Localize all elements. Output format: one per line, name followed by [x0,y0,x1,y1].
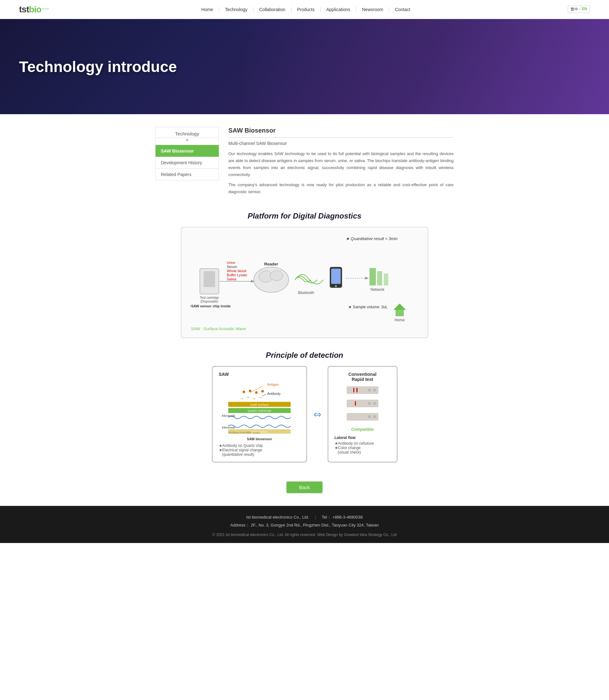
svg-rect-22 [377,271,382,285]
svg-point-31 [242,390,245,393]
svg-text:★ Quantitative result < 3min: ★ Quantitative result < 3min [346,236,397,241]
footer-address-label: Address： [230,523,250,527]
svg-text:Serum: Serum [227,265,237,269]
lateral-flow-label: Lateral flow [335,436,390,440]
svg-point-19 [335,285,337,287]
test-strip-1 [347,386,378,394]
svg-marker-25 [393,303,406,310]
svg-text:Antibody: Antibody [267,392,281,396]
saw-star2: ★Electrical signal change [219,448,300,452]
saw-box-title: SAW [219,372,300,377]
svg-text:Bluetooth: Bluetooth [298,291,314,295]
navbar: tstbio 〰 Home Technology Collaboration P… [0,0,609,19]
platform-svg-area: ★ Quantitative result < 3min Test cartri… [190,234,419,324]
nav-applications[interactable]: Applications [321,7,356,12]
conv-star2-sub: (visual check) [335,450,390,455]
svg-line-36 [262,394,266,396]
nav-newsroom[interactable]: Newsroom [356,7,389,12]
principle-title: Principle of detection [181,351,428,360]
svg-text:Electrode: Electrode [222,414,235,417]
nav-products[interactable]: Products [292,7,321,12]
nav-links: Home Technology Collaboration Products A… [196,7,416,12]
strip-row-2 [347,400,378,407]
svg-rect-18 [331,269,341,284]
footer-tel: +886-3-4690038 [332,515,363,520]
nav-home[interactable]: Home [196,7,219,12]
sidebar-item-related-papers[interactable]: Related Papers [155,169,219,180]
nav-technology[interactable]: Technology [219,7,254,12]
svg-text:Saliva: Saliva [227,277,237,281]
svg-text:Home: Home [395,318,405,322]
saw-star2-sub: (quantitative result) [219,452,300,457]
conventional-box: ConventionalRapid test [328,366,397,463]
sidebar-arrow-icon: ▼ [155,138,219,145]
svg-rect-23 [384,274,388,285]
svg-text:Test cartridge: Test cartridge [200,296,219,299]
strip-row-1 [347,386,378,394]
test-strips [335,386,390,423]
svg-text:⌣: ⌣ [246,394,250,400]
svg-text:Quartz Substrate: Quartz Substrate [247,409,271,412]
svg-text:Network: Network [370,287,385,292]
nav-contact[interactable]: Contact [389,7,416,12]
platform-diagram-box: ★ Quantitative result < 3min Test cartri… [181,227,428,338]
footer-sep1: ｜ [313,515,317,520]
footer: tst biomedical electronics Co., Ltd. ｜ T… [0,506,609,543]
conventional-title: ConventionalRapid test [335,372,390,382]
content-subtitle: Multi-channel SAW Biosensor [228,141,454,146]
svg-rect-21 [369,268,376,285]
hero-image [244,19,609,114]
content-title: SAW Biosensor [228,127,454,138]
sidebar-heading: Technology [155,127,219,138]
compare-arrow: ⇔ [313,366,321,463]
svg-text:⌣: ⌣ [253,396,256,401]
test-strip-2 [347,400,378,407]
svg-text:Antigen: Antigen [267,382,279,386]
language-switcher[interactable]: 繁中 / EN [568,6,590,13]
content-area: SAW Biosensor Multi-channel SAW Biosenso… [228,127,454,199]
content-body1: Our technology enables SAW technology to… [228,150,454,178]
platform-section: Platform for Digital Diagnostics ★ Quant… [162,212,447,338]
svg-text:(Disposable): (Disposable) [201,300,218,303]
nav-collaboration[interactable]: Collaboration [254,7,292,12]
saw-star1: ★Antibody on Quartz chip [219,443,300,448]
hero-banner: Technology introduce [0,19,609,114]
footer-contact: tst biomedical electronics Co., Ltd. ｜ T… [6,513,603,521]
lang-cn[interactable]: 繁中 [571,7,578,12]
svg-text:Buffer Lysate: Buffer Lysate [227,273,247,277]
principle-diagram: SAW Antigen Antibody ⌣ ⌣ ⌣ ⌣ [181,366,428,463]
logo-tst: tst [19,4,29,14]
main-content-area: Technology ▼ SAW Biosensor Development H… [136,114,473,212]
svg-text:Whole blood: Whole blood [227,269,246,273]
content-body2: The company's advanced technology is now… [228,181,454,195]
hero-title: Technology introduce [19,58,177,75]
conv-star2: ★Color change [335,445,390,450]
svg-text:★SAW sensor chip inside: ★SAW sensor chip inside [190,304,231,308]
footer-company: tst biomedical electronics Co., Ltd. [246,515,309,520]
principle-section: Principle of detection SAW Antigen Antib… [162,351,447,463]
footer-address: Address： 2F., No. 3, Gongye 2nd Rd., Pin… [6,521,603,529]
platform-svg: ★ Quantitative result < 3min Test cartri… [190,234,419,322]
svg-text:Gold Surface: Gold Surface [251,430,268,433]
lang-sep: / [579,7,580,12]
footer-tel-label: Tel： [321,515,331,520]
svg-rect-2 [204,271,215,287]
back-button[interactable]: Back [286,482,322,493]
saw-chip-svg: Antigen Antibody ⌣ ⌣ ⌣ ⌣ Gold Surface [219,380,300,442]
svg-text:SAW biosensor: SAW biosensor [247,437,272,441]
logo[interactable]: tstbio 〰 [19,4,49,15]
sidebar-item-development-history[interactable]: Development History [155,157,219,169]
sidebar-item-saw-biosensor[interactable]: SAW Biosensor [155,145,219,157]
svg-point-32 [249,389,251,392]
footer-copyright: © 2021 tst biomedical electronics Co., L… [6,531,603,539]
compatible-label: Compatible [335,427,390,432]
svg-text:Gold Surface: Gold Surface [250,402,269,406]
svg-point-33 [255,391,258,393]
svg-text:Urine: Urine [227,261,235,264]
svg-text:⌣: ⌣ [259,394,262,400]
logo-wave-icon: 〰 [42,5,49,14]
logo-bio: bio [29,4,41,14]
svg-text:⌣: ⌣ [240,396,243,401]
platform-title: Platform for Digital Diagnostics [181,212,428,221]
lang-en[interactable]: EN [582,7,587,12]
